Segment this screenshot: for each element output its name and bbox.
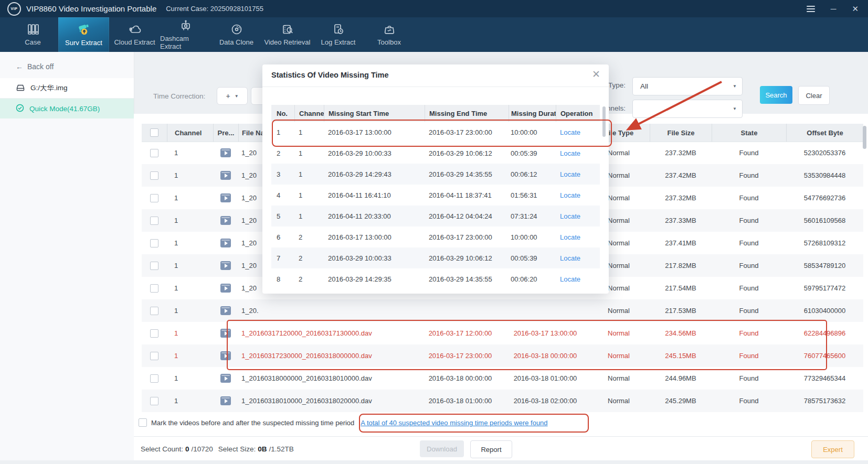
modal-table-rows: 112016-03-17 13:00:002016-03-17 23:00:00…	[271, 122, 600, 289]
modal-title: Statistics Of Video Missing Time	[271, 71, 388, 79]
preview-play-icon[interactable]	[220, 171, 231, 180]
channels-dropdown[interactable]: ▼	[632, 100, 743, 118]
caret-down-icon: ▼	[733, 84, 737, 89]
offset-byte-cell: 57268109312	[786, 232, 863, 254]
modal-scrollbar[interactable]	[602, 106, 606, 137]
select-all-checkbox[interactable]	[150, 128, 158, 137]
row-checkbox[interactable]	[150, 194, 158, 202]
nav-item-case[interactable]: Case	[7, 17, 58, 52]
modal-table-row: 512016-04-11 20:33:002016-04-12 04:04:24…	[271, 206, 600, 226]
locate-link[interactable]: Locate	[560, 128, 580, 136]
state-cell: Found	[712, 164, 786, 187]
locate-link[interactable]: Locate	[560, 233, 580, 241]
modal-operation-cell: Locate	[556, 143, 600, 164]
modal-missing-end-cell: 2016-03-29 14:35:55	[425, 268, 509, 289]
preview-cell	[213, 344, 238, 367]
row-select-cell	[142, 254, 167, 277]
row-checkbox[interactable]	[150, 217, 158, 225]
time-correction-sign-dropdown[interactable]: + ▼	[217, 87, 248, 105]
search-button[interactable]: Search	[760, 86, 792, 104]
row-select-cell	[142, 277, 167, 299]
channel-cell: 1	[167, 390, 213, 412]
preview-play-icon[interactable]	[220, 396, 231, 405]
row-checkbox[interactable]	[150, 149, 158, 157]
row-checkbox[interactable]	[150, 262, 158, 270]
minimize-icon[interactable]: ─	[831, 5, 837, 13]
offset-byte-cell: 76077465600	[786, 344, 863, 367]
sidebar-item-image-file[interactable]: G:/大华.img	[0, 78, 134, 99]
nav-label: Data Clone	[219, 38, 253, 46]
expert-button[interactable]: Expert	[811, 440, 854, 458]
preview-play-icon[interactable]	[220, 374, 231, 383]
preview-play-icon[interactable]	[220, 329, 231, 338]
title-bar: VIP VIP8860 Video Investigation Portable…	[0, 0, 868, 17]
clear-button[interactable]: Clear	[798, 86, 830, 105]
start-time-cell	[418, 299, 503, 322]
preview-play-icon[interactable]	[220, 193, 231, 202]
sidebar-item-quick-mode[interactable]: Quick Mode(41.67GB)	[0, 99, 134, 118]
preview-play-icon[interactable]	[220, 216, 231, 225]
file-size-cell: 217.53MB	[650, 299, 712, 322]
mark-checkbox[interactable]	[139, 418, 147, 427]
locate-link[interactable]: Locate	[560, 254, 580, 262]
locate-link[interactable]: Locate	[560, 191, 580, 199]
locate-link[interactable]: Locate	[560, 275, 580, 283]
nav-label: Log Extract	[321, 38, 356, 46]
select-count-label: Select Count:	[141, 445, 183, 453]
row-checkbox[interactable]	[150, 329, 158, 338]
time-correction-label: Time Correction:	[153, 92, 205, 100]
modal-table-row: 412016-04-11 16:41:102016-04-11 18:37:41…	[271, 185, 600, 206]
channel-cell: 1	[167, 277, 213, 299]
modal-missing-duration-cell: 10:00:00	[509, 122, 556, 143]
missing-periods-link[interactable]: A total of 40 suspected video missing ti…	[361, 419, 547, 427]
preview-play-icon[interactable]	[220, 148, 231, 157]
table-scrollbar[interactable]	[863, 126, 866, 149]
state-cell: Found	[712, 322, 786, 344]
nav-item-cloud-extract[interactable]: Cloud Extract	[109, 17, 160, 52]
modal-missing-duration-cell: 07:31:24	[509, 206, 556, 226]
modal-close-icon[interactable]: ✕	[592, 69, 600, 79]
nav-item-surv-extract[interactable]: Surv Extract	[58, 17, 109, 52]
row-checkbox[interactable]	[150, 397, 158, 405]
nav-item-dashcam-extract[interactable]: Dashcam Extract	[160, 17, 211, 52]
report-button[interactable]: Report	[470, 440, 512, 458]
nav-item-video-retrieval[interactable]: Video Retrieval	[262, 17, 313, 52]
locate-link[interactable]: Locate	[560, 149, 580, 157]
row-checkbox[interactable]	[150, 239, 158, 247]
menu-icon[interactable]	[807, 4, 815, 14]
type-dropdown[interactable]: All ▼	[632, 77, 743, 95]
surveillance-camera-icon	[77, 23, 91, 36]
nav-item-toolbox[interactable]: Toolbox	[364, 17, 415, 52]
nav-item-data-clone[interactable]: Data Clone	[211, 17, 262, 52]
modal-missing-start-cell: 2016-04-11 16:41:10	[324, 185, 425, 206]
modal-table-row: 212016-03-29 10:00:332016-03-29 10:06:12…	[271, 143, 600, 164]
modal-no-cell: 6	[271, 226, 294, 247]
preview-play-icon[interactable]	[220, 306, 231, 315]
offset-byte-cell: 61030400000	[786, 299, 863, 322]
select-size-total: /1.52TB	[269, 445, 293, 453]
preview-cell	[213, 299, 238, 322]
row-checkbox[interactable]	[150, 171, 158, 180]
back-off-button[interactable]: ← Back off	[0, 52, 134, 78]
header-offset-byte: Offset Byte	[786, 124, 863, 142]
offset-byte-cell: 78575173632	[786, 390, 863, 412]
quick-mode-label: Quick Mode(41.67GB)	[29, 105, 100, 113]
preview-play-icon[interactable]	[220, 284, 231, 293]
modal-channel-cell: 2	[294, 247, 324, 268]
preview-play-icon[interactable]	[220, 239, 231, 247]
preview-play-icon[interactable]	[220, 351, 231, 360]
close-icon[interactable]: ✕	[852, 5, 859, 13]
state-cell: Found	[712, 209, 786, 232]
modal-operation-cell: Locate	[556, 185, 600, 206]
row-checkbox[interactable]	[150, 284, 158, 293]
modal-missing-end-cell: 2016-03-17 23:00:00	[425, 226, 509, 247]
row-checkbox[interactable]	[150, 352, 158, 360]
modal-operation-cell: Locate	[556, 268, 600, 289]
locate-link[interactable]: Locate	[560, 212, 580, 220]
row-checkbox[interactable]	[150, 374, 158, 383]
caret-down-icon: ▼	[235, 94, 239, 99]
preview-play-icon[interactable]	[220, 261, 231, 270]
row-checkbox[interactable]	[150, 307, 158, 315]
locate-link[interactable]: Locate	[560, 170, 580, 178]
nav-item-log-extract[interactable]: Log Extract	[313, 17, 364, 52]
